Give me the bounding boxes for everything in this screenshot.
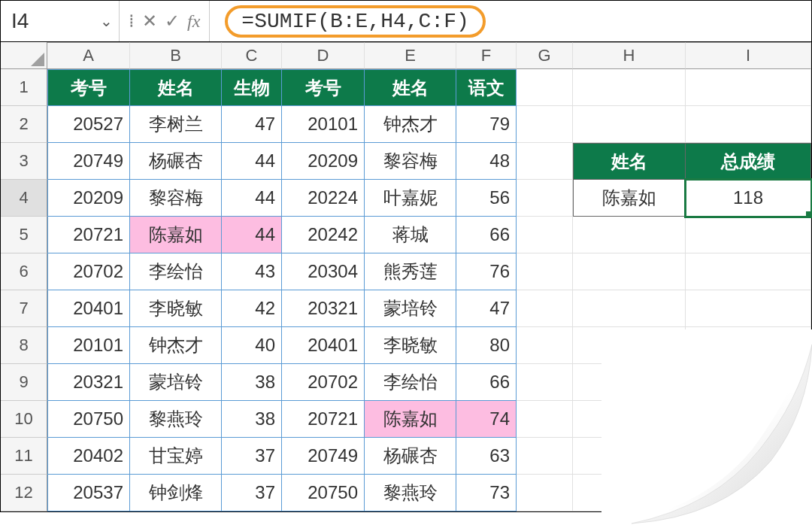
cell-G9[interactable] [517,364,573,401]
cell-E11[interactable]: 杨碾杏 [365,438,456,475]
cell-I4[interactable]: 118 [686,180,811,217]
cell-B3[interactable]: 杨碾杏 [130,143,222,180]
cell-B10[interactable]: 黎燕玲 [130,401,222,438]
cell-A2[interactable]: 20527 [47,106,130,143]
cell-F1[interactable]: 语文 [456,69,517,106]
cell-I7[interactable] [686,290,811,327]
cell-F11[interactable]: 63 [456,438,517,475]
cell-H9[interactable] [573,364,686,401]
cell-B2[interactable]: 李树兰 [130,106,222,143]
name-box[interactable]: I4 ⌄ [1,1,120,41]
row-header-9[interactable]: 9 [1,364,47,401]
cell-G8[interactable] [517,327,573,364]
cell-G1[interactable] [517,69,573,106]
row-header-7[interactable]: 7 [1,290,47,327]
cell-G11[interactable] [517,438,573,475]
cell-H2[interactable] [573,106,686,143]
cell-G2[interactable] [517,106,573,143]
cell-D12[interactable]: 20750 [282,475,365,511]
cell-E10[interactable]: 陈嘉如 [365,401,456,438]
col-header-G[interactable]: G [517,42,573,69]
cell-E4[interactable]: 叶嘉妮 [365,180,456,217]
spreadsheet-grid[interactable]: A B C D E F G H I 1 考号 姓名 生物 考号 姓名 语文 2 … [0,42,812,512]
cell-B8[interactable]: 钟杰才 [130,327,222,364]
row-header-3[interactable]: 3 [1,143,47,180]
col-header-C[interactable]: C [222,42,282,69]
row-header-1[interactable]: 1 [1,69,47,106]
cell-G10[interactable] [517,401,573,438]
formula-input[interactable]: =SUMIF(B:E,H4,C:F) [225,5,485,38]
cell-C4[interactable]: 44 [222,180,282,217]
col-header-B[interactable]: B [130,42,222,69]
cell-C9[interactable]: 38 [222,364,282,401]
row-header-4[interactable]: 4 [1,180,47,217]
cell-A1[interactable]: 考号 [47,69,130,106]
cell-F4[interactable]: 56 [456,180,517,217]
cell-A7[interactable]: 20401 [47,290,130,327]
cell-C6[interactable]: 43 [222,253,282,290]
cell-A5[interactable]: 20721 [47,217,130,253]
cell-H7[interactable] [573,290,686,327]
cell-C5[interactable]: 44 [222,217,282,253]
cell-I5[interactable] [686,217,811,253]
cell-I8[interactable] [686,327,811,364]
cell-G7[interactable] [517,290,573,327]
cell-D3[interactable]: 20209 [282,143,365,180]
cell-D7[interactable]: 20321 [282,290,365,327]
cell-A4[interactable]: 20209 [47,180,130,217]
cell-F3[interactable]: 48 [456,143,517,180]
cell-F8[interactable]: 80 [456,327,517,364]
row-header-10[interactable]: 10 [1,401,47,438]
accept-icon[interactable]: ✓ [165,12,180,30]
cell-A3[interactable]: 20749 [47,143,130,180]
cell-E6[interactable]: 熊秀莲 [365,253,456,290]
cell-I12[interactable] [686,475,811,511]
cell-E3[interactable]: 黎容梅 [365,143,456,180]
cell-D4[interactable]: 20224 [282,180,365,217]
cell-H3[interactable]: 姓名 [573,143,686,180]
col-header-E[interactable]: E [365,42,456,69]
cell-C1[interactable]: 生物 [222,69,282,106]
cell-B9[interactable]: 蒙培铃 [130,364,222,401]
cell-D10[interactable]: 20721 [282,401,365,438]
cell-G5[interactable] [517,217,573,253]
row-header-11[interactable]: 11 [1,438,47,475]
cell-A11[interactable]: 20402 [47,438,130,475]
cell-C11[interactable]: 37 [222,438,282,475]
col-header-D[interactable]: D [282,42,365,69]
col-header-H[interactable]: H [573,42,686,69]
cell-F6[interactable]: 76 [456,253,517,290]
cell-E8[interactable]: 李晓敏 [365,327,456,364]
cell-F10[interactable]: 74 [456,401,517,438]
cell-E2[interactable]: 钟杰才 [365,106,456,143]
cell-F2[interactable]: 79 [456,106,517,143]
col-header-I[interactable]: I [686,42,811,69]
row-header-12[interactable]: 12 [1,475,47,511]
cell-H1[interactable] [573,69,686,106]
cell-H8[interactable] [573,327,686,364]
cell-H6[interactable] [573,253,686,290]
cell-G3[interactable] [517,143,573,180]
cell-G6[interactable] [517,253,573,290]
cell-C3[interactable]: 44 [222,143,282,180]
cell-A12[interactable]: 20537 [47,475,130,511]
cell-B11[interactable]: 甘宝婷 [130,438,222,475]
row-header-5[interactable]: 5 [1,217,47,253]
cell-E7[interactable]: 蒙培铃 [365,290,456,327]
cell-E1[interactable]: 姓名 [365,69,456,106]
cell-C2[interactable]: 47 [222,106,282,143]
cell-B5[interactable]: 陈嘉如 [130,217,222,253]
cell-C7[interactable]: 42 [222,290,282,327]
col-header-F[interactable]: F [456,42,517,69]
cell-F7[interactable]: 47 [456,290,517,327]
cell-C8[interactable]: 40 [222,327,282,364]
cell-D9[interactable]: 20702 [282,364,365,401]
cell-H10[interactable] [573,401,686,438]
cell-I10[interactable] [686,401,811,438]
cell-D5[interactable]: 20242 [282,217,365,253]
cell-B7[interactable]: 李晓敏 [130,290,222,327]
row-header-2[interactable]: 2 [1,106,47,143]
chevron-down-icon[interactable]: ⌄ [100,12,113,30]
fx-icon[interactable]: fx [187,12,200,30]
cell-G12[interactable] [517,475,573,511]
